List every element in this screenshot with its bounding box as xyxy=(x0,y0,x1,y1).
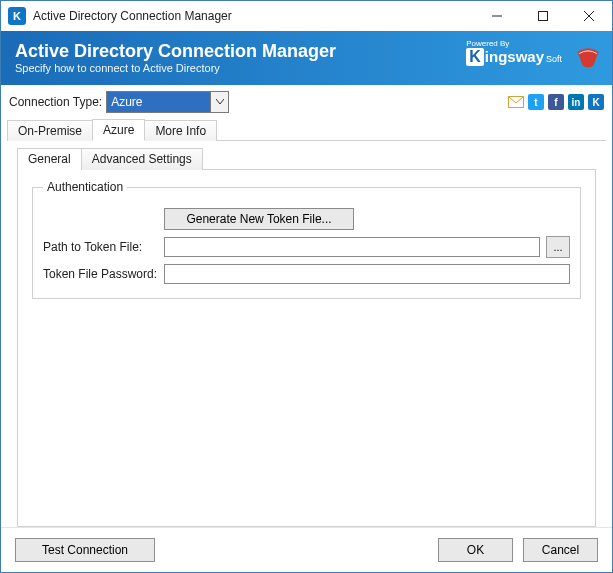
powered-by-label: Powered By xyxy=(466,39,509,48)
sql-server-icon xyxy=(574,43,602,71)
tab-advanced-settings[interactable]: Advanced Settings xyxy=(81,148,203,170)
svg-rect-1 xyxy=(539,12,548,21)
banner-title: Active Directory Connection Manager xyxy=(15,42,336,62)
banner-subtitle: Specify how to connect to Active Directo… xyxy=(15,62,336,74)
footer: Test Connection OK Cancel xyxy=(1,527,612,572)
brand-soft: Soft xyxy=(546,54,562,64)
dialog-window: K Active Directory Connection Manager Ac… xyxy=(0,0,613,573)
outer-tab-strip: On-Premise Azure More Info xyxy=(1,117,612,140)
maximize-button[interactable] xyxy=(520,1,566,31)
cancel-button[interactable]: Cancel xyxy=(523,538,598,562)
connection-row: Connection Type: Azure t f in K xyxy=(1,85,612,117)
kingsway-icon[interactable]: K xyxy=(588,94,604,110)
token-password-input[interactable] xyxy=(164,264,570,284)
tab-azure[interactable]: Azure xyxy=(92,119,145,141)
banner: Active Directory Connection Manager Spec… xyxy=(1,31,612,85)
inner-tab-strip: General Advanced Settings xyxy=(17,147,596,169)
browse-button[interactable]: ... xyxy=(546,236,570,258)
tab-general[interactable]: General xyxy=(17,148,82,170)
outer-tab-pane: General Advanced Settings Authentication… xyxy=(1,141,612,527)
tab-on-premise[interactable]: On-Premise xyxy=(7,120,93,141)
path-to-token-label: Path to Token File: xyxy=(43,240,158,254)
facebook-icon[interactable]: f xyxy=(548,94,564,110)
test-connection-button[interactable]: Test Connection xyxy=(15,538,155,562)
brand-k-icon: K xyxy=(466,48,484,66)
path-to-token-input[interactable] xyxy=(164,237,540,257)
minimize-button[interactable] xyxy=(474,1,520,31)
mail-icon[interactable] xyxy=(508,94,524,110)
brand-name: ingsway xyxy=(485,48,544,65)
chevron-down-icon[interactable] xyxy=(210,92,228,112)
app-icon: K xyxy=(8,7,26,25)
tab-more-info[interactable]: More Info xyxy=(144,120,217,141)
inner-tab-pane: Authentication Generate New Token File..… xyxy=(17,169,596,527)
authentication-legend: Authentication xyxy=(43,180,127,194)
generate-token-button[interactable]: Generate New Token File... xyxy=(164,208,354,230)
titlebar: K Active Directory Connection Manager xyxy=(1,1,612,31)
brand-logo: Powered By K ingsway Soft xyxy=(466,39,562,66)
token-password-label: Token File Password: xyxy=(43,267,158,281)
connection-type-combo[interactable]: Azure xyxy=(106,91,229,113)
authentication-group: Authentication Generate New Token File..… xyxy=(32,180,581,299)
ok-button[interactable]: OK xyxy=(438,538,513,562)
close-button[interactable] xyxy=(566,1,612,31)
linkedin-icon[interactable]: in xyxy=(568,94,584,110)
connection-type-value: Azure xyxy=(107,92,210,112)
twitter-icon[interactable]: t xyxy=(528,94,544,110)
social-icons: t f in K xyxy=(508,94,604,110)
window-title: Active Directory Connection Manager xyxy=(33,9,474,23)
connection-type-label: Connection Type: xyxy=(9,95,102,109)
